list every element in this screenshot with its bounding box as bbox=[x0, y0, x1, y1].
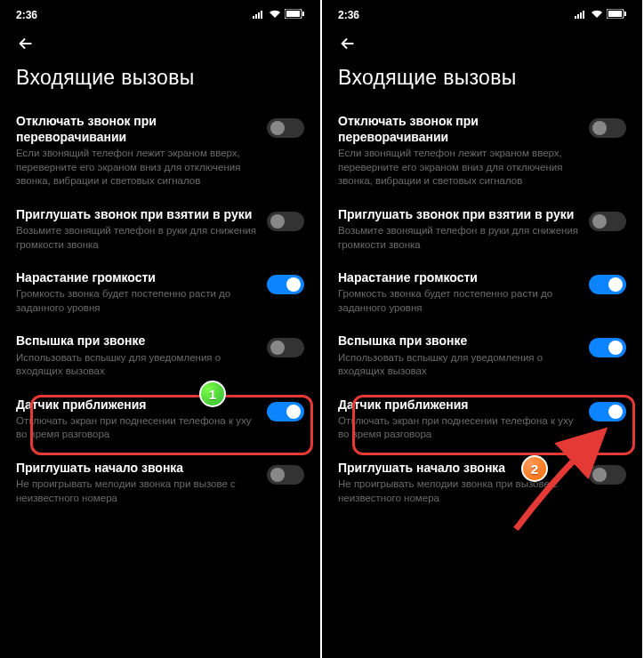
wifi-icon bbox=[591, 9, 603, 21]
setting-desc: Использовать вспышку для уведомления о в… bbox=[338, 351, 580, 379]
svg-rect-7 bbox=[575, 16, 576, 19]
page-title: Входящие вызовы bbox=[322, 60, 642, 104]
svg-rect-3 bbox=[261, 11, 262, 19]
annotation-badge-2: 2 bbox=[521, 455, 548, 482]
toggle-switch[interactable] bbox=[267, 338, 304, 357]
setting-desc: Отключать экран при поднесении телефона … bbox=[16, 414, 258, 442]
setting-title: Приглушать звонок при взятии в руки bbox=[16, 206, 258, 222]
toggle-switch[interactable] bbox=[589, 118, 626, 138]
setting-row-4[interactable]: Датчик приближения Отключать экран при п… bbox=[0, 388, 320, 451]
setting-title: Датчик приближения bbox=[338, 397, 580, 413]
setting-title: Приглушать начало звонка bbox=[16, 460, 258, 476]
back-button[interactable] bbox=[0, 25, 320, 60]
svg-rect-6 bbox=[302, 12, 304, 16]
setting-desc: Громкость звонка будет постепенно расти … bbox=[16, 287, 258, 315]
svg-rect-12 bbox=[608, 11, 622, 17]
status-bar: 2:36 bbox=[322, 0, 642, 25]
setting-title: Вспышка при звонке bbox=[338, 333, 580, 349]
svg-rect-13 bbox=[624, 12, 626, 16]
setting-desc: Громкость звонка будет постепенно расти … bbox=[338, 287, 580, 315]
setting-row-0[interactable]: Отключать звонок при переворачивании Есл… bbox=[0, 104, 320, 197]
setting-desc: Если звонящий телефон лежит экраном ввер… bbox=[338, 147, 580, 189]
status-time: 2:36 bbox=[16, 9, 37, 21]
toggle-switch[interactable] bbox=[267, 118, 304, 138]
wifi-icon bbox=[269, 9, 281, 21]
annotation-badge-1: 1 bbox=[199, 381, 226, 407]
svg-rect-1 bbox=[255, 14, 257, 19]
toggle-switch[interactable] bbox=[267, 402, 304, 421]
toggle-switch[interactable] bbox=[589, 338, 626, 357]
setting-row-4[interactable]: Датчик приближения Отключать экран при п… bbox=[322, 388, 642, 451]
toggle-switch[interactable] bbox=[589, 275, 626, 294]
setting-desc: Возьмите звонящий телефон в руки для сни… bbox=[16, 224, 258, 252]
svg-rect-8 bbox=[577, 14, 579, 19]
svg-rect-0 bbox=[253, 16, 254, 19]
toggle-switch[interactable] bbox=[589, 212, 626, 231]
status-bar: 2:36 bbox=[0, 0, 320, 25]
setting-row-1[interactable]: Приглушать звонок при взятии в руки Возь… bbox=[0, 197, 320, 261]
setting-desc: Возьмите звонящий телефон в руки для сни… bbox=[338, 224, 580, 252]
toggle-switch[interactable] bbox=[589, 465, 626, 485]
setting-title: Нарастание громкости bbox=[16, 269, 258, 285]
setting-title: Вспышка при звонке bbox=[16, 333, 258, 349]
svg-rect-9 bbox=[580, 12, 582, 19]
page-title: Входящие вызовы bbox=[0, 60, 320, 104]
setting-row-3[interactable]: Вспышка при звонке Использовать вспышку … bbox=[0, 324, 320, 387]
setting-title: Отключать звонок при переворачивании bbox=[16, 113, 258, 145]
battery-icon bbox=[285, 9, 304, 21]
back-button[interactable] bbox=[322, 25, 642, 60]
setting-desc: Использовать вспышку для уведомления о в… bbox=[16, 351, 258, 379]
toggle-switch[interactable] bbox=[267, 465, 304, 485]
signal-icon bbox=[575, 9, 587, 21]
battery-icon bbox=[607, 9, 626, 21]
setting-row-2[interactable]: Нарастание громкости Громкость звонка бу… bbox=[0, 261, 320, 324]
setting-desc: Не проигрывать мелодии звонка при вызове… bbox=[338, 477, 580, 505]
setting-title: Отключать звонок при переворачивании bbox=[338, 113, 580, 145]
svg-rect-10 bbox=[583, 11, 584, 19]
svg-rect-2 bbox=[258, 12, 260, 19]
setting-title: Приглушать звонок при взятии в руки bbox=[338, 206, 580, 222]
toggle-switch[interactable] bbox=[267, 275, 304, 294]
screen-1: 2:36 Входящие вызовы Отключать звонок пр… bbox=[0, 0, 320, 658]
setting-row-5[interactable]: Приглушать начало звонка Не проигрывать … bbox=[322, 451, 642, 514]
screen-2: 2:36 Входящие вызовы Отключать звонок пр… bbox=[322, 0, 642, 658]
toggle-switch[interactable] bbox=[267, 212, 304, 231]
setting-desc: Если звонящий телефон лежит экраном ввер… bbox=[16, 147, 258, 189]
toggle-switch[interactable] bbox=[589, 402, 626, 421]
setting-row-1[interactable]: Приглушать звонок при взятии в руки Возь… bbox=[322, 197, 642, 261]
setting-title: Нарастание громкости bbox=[338, 269, 580, 285]
setting-row-0[interactable]: Отключать звонок при переворачивании Есл… bbox=[322, 104, 642, 197]
svg-rect-5 bbox=[286, 11, 300, 17]
setting-desc: Отключать экран при поднесении телефона … bbox=[338, 414, 580, 442]
setting-row-5[interactable]: Приглушать начало звонка Не проигрывать … bbox=[0, 451, 320, 514]
setting-row-3[interactable]: Вспышка при звонке Использовать вспышку … bbox=[322, 324, 642, 387]
setting-desc: Не проигрывать мелодии звонка при вызове… bbox=[16, 477, 258, 505]
signal-icon bbox=[253, 9, 265, 21]
setting-row-2[interactable]: Нарастание громкости Громкость звонка бу… bbox=[322, 261, 642, 324]
status-time: 2:36 bbox=[338, 9, 359, 21]
